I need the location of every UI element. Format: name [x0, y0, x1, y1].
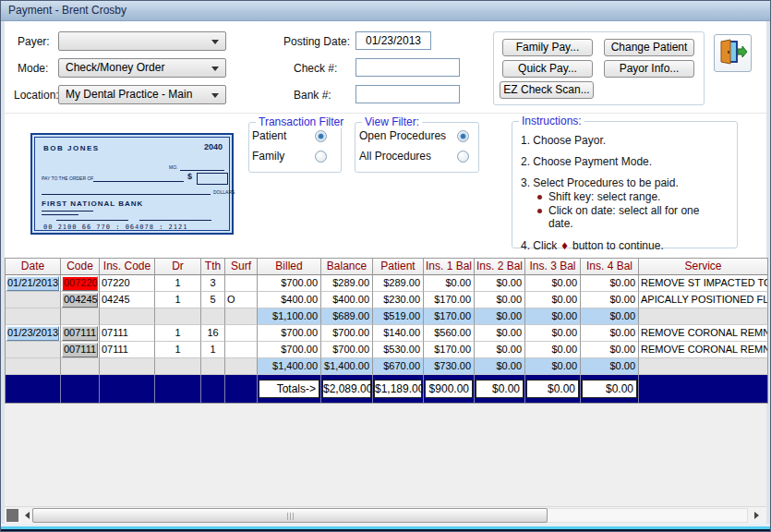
check-number: 2040	[204, 142, 223, 151]
window-title: Payment - Brent Crosby	[8, 4, 126, 17]
change-patient-button[interactable]: Change Patient	[604, 39, 694, 56]
code-button-selected[interactable]: 007220	[62, 276, 98, 291]
totals-ins1: $900.00	[425, 380, 473, 398]
ins3-cell: $0.00	[525, 275, 581, 292]
patient-cell: $289.00	[373, 275, 424, 292]
surf-cell	[225, 275, 258, 292]
check-dollars-line	[42, 194, 211, 195]
column-header-code: Code	[61, 259, 100, 275]
check-payto-line	[93, 181, 184, 182]
balance-cell: $700.00	[321, 325, 373, 342]
code-button[interactable]: 004245	[62, 293, 98, 308]
check-dollars-label: DOLLARS	[213, 189, 235, 195]
date-cell-empty	[6, 342, 61, 358]
column-header-dr: Dr	[155, 259, 201, 275]
exit-door-icon	[717, 38, 748, 68]
table-row: 01/23/2013 007111 07111 1 16 $700.00 $70…	[6, 325, 768, 342]
subtotal-ins1: $170.00	[424, 308, 475, 325]
payor-info-button[interactable]: Payor Info...	[604, 60, 694, 78]
ins2-cell: $0.00	[475, 275, 525, 292]
view-filter-title: View Filter:	[362, 115, 422, 128]
patient-cell: $530.00	[373, 342, 424, 358]
ins1-cell: $0.00	[424, 275, 475, 292]
service-cell: REMOVE CORONAL REMNA	[639, 325, 768, 342]
date-button[interactable]: 01/21/2013	[6, 276, 59, 291]
subtotal-ins2: $0.00	[475, 308, 525, 325]
horizontal-scrollbar[interactable]	[5, 506, 766, 524]
balance-cell: $289.00	[321, 275, 373, 292]
surf-cell	[225, 342, 258, 358]
ez-check-scan-button[interactable]: EZ Check Scan...	[500, 81, 594, 99]
check-signature-line2	[139, 220, 211, 221]
transaction-filter-patient-radio[interactable]	[315, 130, 327, 142]
family-pay-button[interactable]: Family Pay...	[502, 39, 593, 56]
scroll-left-arrow-icon[interactable]	[25, 512, 30, 519]
table-row: 01/21/2013 007220 07220 1 3 $700.00 $289…	[6, 275, 768, 292]
totals-row: Totals-> $2,089.00 $1,189.00 $900.00 $0.…	[6, 375, 768, 404]
tth-cell: 1	[201, 342, 225, 358]
check-number-label: Check #:	[294, 62, 337, 75]
check-payer-name: BOB JONES	[43, 144, 100, 152]
balance-cell: $400.00	[321, 292, 373, 308]
column-header-billed: Billed	[258, 259, 321, 275]
tth-cell: 16	[201, 325, 225, 342]
exit-button[interactable]	[714, 34, 752, 72]
mode-dropdown[interactable]: Check/Money Order	[58, 58, 226, 78]
subtotal-ins1: $730.00	[424, 358, 475, 375]
view-filter-open-radio[interactable]	[457, 130, 469, 142]
check-preview-image: BOB JONES 2040 MO. PAY TO THE ORDER OF $…	[30, 133, 234, 235]
subtotal-ins4: $0.00	[581, 358, 639, 375]
patient-cell: $230.00	[373, 292, 424, 308]
scrollbar-thumb[interactable]	[32, 508, 548, 523]
ins1-cell: $560.00	[424, 325, 475, 342]
subtotal-ins3: $0.00	[525, 308, 581, 325]
scrollbar-grip	[290, 513, 291, 520]
code-button[interactable]: 007111	[62, 326, 98, 341]
check-date-line	[180, 170, 224, 171]
scroll-right-arrow-icon[interactable]	[754, 512, 759, 519]
location-dropdown[interactable]: My Dental Practice - Main	[58, 85, 226, 104]
column-header-surf: Surf	[225, 259, 258, 275]
ins4-cell: $0.00	[581, 292, 639, 308]
table-header-row: Date Code Ins. Code Dr Tth Surf Billed B…	[6, 259, 768, 275]
date-button[interactable]: 01/23/2013	[6, 326, 59, 341]
subtotal-row: $1,400.00 $1,400.00 $670.00 $730.00 $0.0…	[6, 358, 768, 375]
column-header-ins2: Ins. 2 Bal	[475, 259, 525, 275]
view-filter-all-radio[interactable]	[457, 151, 469, 163]
subtotal-balance: $689.00	[321, 308, 373, 325]
transaction-filter-family-radio[interactable]	[315, 151, 327, 163]
check-bank-name: FIRST NATIONAL BANK	[42, 200, 143, 208]
procedures-table: Date Code Ins. Code Dr Tth Surf Billed B…	[5, 258, 768, 404]
instruction-step-3: 3. Select Procedures to be paid.	[521, 176, 735, 189]
posting-date-label: Posting Date:	[283, 35, 350, 48]
service-cell: APICALLY POSITIONED FLA	[639, 292, 768, 308]
billed-cell: $700.00	[258, 275, 321, 292]
surf-cell: O	[225, 292, 258, 308]
subtotal-balance: $1,400.00	[321, 358, 373, 375]
dr-cell: 1	[155, 292, 201, 308]
date-cell-empty	[6, 292, 61, 308]
payer-dropdown[interactable]	[58, 31, 226, 51]
ins3-cell: $0.00	[525, 342, 581, 358]
transaction-filter-family-label: Family	[252, 150, 284, 163]
ins2-cell: $0.00	[475, 342, 525, 358]
check-date-label: MO.	[169, 164, 177, 170]
column-header-date: Date	[6, 259, 61, 275]
quick-pay-button[interactable]: Quick Pay...	[502, 60, 593, 78]
dr-cell: 1	[155, 275, 201, 292]
payer-label: Payer:	[18, 35, 50, 48]
posting-date-input[interactable]	[355, 31, 431, 50]
subtotal-ins2: $0.00	[475, 358, 525, 375]
totals-label: Totals->	[259, 380, 319, 398]
bank-number-input[interactable]	[355, 85, 460, 103]
code-button[interactable]: 007111	[62, 343, 98, 357]
subtotal-billed: $1,400.00	[258, 358, 321, 375]
ins3-cell: $0.00	[525, 292, 581, 308]
check-signature-line1	[56, 220, 128, 221]
subtotal-row: $1,100.00 $689.00 $519.00 $170.00 $0.00 …	[6, 308, 768, 325]
column-header-ins4: Ins. 4 Bal	[581, 259, 639, 275]
subtotal-ins3: $0.00	[525, 358, 581, 375]
check-number-input[interactable]	[355, 58, 460, 77]
surf-cell	[225, 325, 258, 342]
table-empty-area	[5, 404, 766, 506]
